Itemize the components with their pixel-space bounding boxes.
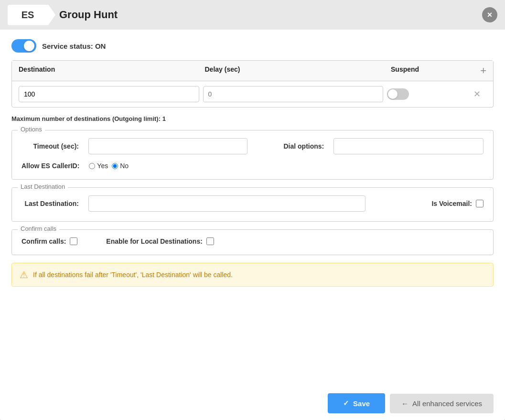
col-suspend: Suspend	[391, 65, 467, 76]
allow-es-no-radio[interactable]	[112, 163, 118, 169]
confirm-calls-section: Confirm calls Confirm calls: Enable for …	[11, 229, 494, 255]
allow-es-radio-group: Yes No	[89, 162, 129, 170]
modal-body: Service status: ON Destination Delay (se…	[0, 30, 505, 387]
confirm-calls-row: Confirm calls: Enable for Local Destinat…	[21, 237, 484, 245]
add-destination-button[interactable]: +	[480, 65, 486, 76]
is-voicemail-checkbox[interactable]	[476, 200, 484, 207]
all-services-label: All enhanced services	[412, 399, 482, 408]
table-row: ✕	[12, 81, 493, 107]
confirm-calls-checkbox[interactable]	[70, 237, 77, 245]
last-dest-row: Last Destination: Is Voicemail:	[21, 195, 484, 212]
confirm-calls-legend: Confirm calls	[18, 225, 59, 232]
warning-text: If all destinations fail after 'Timeout'…	[33, 271, 233, 279]
delay-input[interactable]	[203, 86, 384, 102]
last-destination-section: Last Destination Last Destination: Is Vo…	[11, 187, 494, 222]
is-voicemail-label: Is Voicemail:	[431, 200, 472, 207]
allow-es-label: Allow ES CallerID:	[21, 162, 79, 170]
last-destination-input[interactable]	[88, 195, 365, 212]
col-destination: Destination	[19, 65, 205, 76]
close-button[interactable]: ×	[482, 7, 497, 22]
dial-options-input[interactable]	[333, 138, 484, 154]
col-add: +	[467, 65, 486, 76]
timeout-label: Timeout (sec):	[21, 142, 79, 150]
save-label: Save	[353, 399, 370, 408]
timeout-input[interactable]	[88, 138, 247, 154]
max-destinations-info: Maximum number of destinations (Outgoing…	[11, 115, 494, 122]
modal-footer: ✓ Save ← All enhanced services	[0, 387, 505, 420]
delete-row-button[interactable]: ✕	[467, 89, 486, 99]
table-header: Destination Delay (sec) Suspend +	[12, 61, 493, 81]
service-status-toggle[interactable]	[11, 39, 36, 53]
voicemail-row: Is Voicemail:	[431, 200, 484, 207]
allow-es-no-label[interactable]: No	[112, 162, 129, 170]
page-title: Group Hunt	[59, 9, 118, 21]
confirm-calls-item: Confirm calls:	[21, 237, 77, 245]
save-button[interactable]: ✓ Save	[328, 393, 385, 413]
col-delay: Delay (sec)	[205, 65, 391, 76]
enable-local-checkbox[interactable]	[206, 237, 214, 245]
destination-input[interactable]	[19, 86, 199, 102]
destinations-table: Destination Delay (sec) Suspend + ✕	[11, 60, 494, 108]
warning-bar: ⚠ If all destinations fail after 'Timeou…	[11, 263, 494, 287]
options-legend: Options	[18, 126, 45, 133]
back-arrow-icon: ←	[401, 399, 408, 408]
all-services-button[interactable]: ← All enhanced services	[390, 394, 494, 413]
enable-local-item: Enable for Local Destinations:	[106, 237, 214, 245]
options-row-1: Timeout (sec): Dial options:	[21, 138, 484, 154]
es-badge: ES	[8, 5, 55, 25]
save-checkmark-icon: ✓	[343, 399, 349, 408]
warning-icon: ⚠	[20, 269, 28, 280]
options-row-2: Allow ES CallerID: Yes No	[21, 162, 484, 170]
allow-es-yes-radio[interactable]	[89, 163, 95, 169]
suspend-toggle[interactable]	[387, 88, 463, 100]
modal-container: ES Group Hunt × Service status: ON Desti…	[0, 0, 505, 420]
last-destination-legend: Last Destination	[18, 183, 68, 190]
last-dest-label: Last Destination:	[21, 200, 79, 207]
service-status-row: Service status: ON	[11, 39, 494, 53]
dial-options-label: Dial options:	[267, 142, 324, 150]
options-section: Options Timeout (sec): Dial options: All…	[11, 130, 494, 180]
modal-header: ES Group Hunt ×	[0, 0, 505, 30]
allow-es-yes-label[interactable]: Yes	[89, 162, 108, 170]
enable-local-label: Enable for Local Destinations:	[106, 237, 202, 245]
service-status-label: Service status: ON	[42, 42, 106, 50]
confirm-calls-label: Confirm calls:	[21, 237, 66, 245]
options-grid: Timeout (sec): Dial options: Allow ES Ca…	[21, 138, 484, 170]
